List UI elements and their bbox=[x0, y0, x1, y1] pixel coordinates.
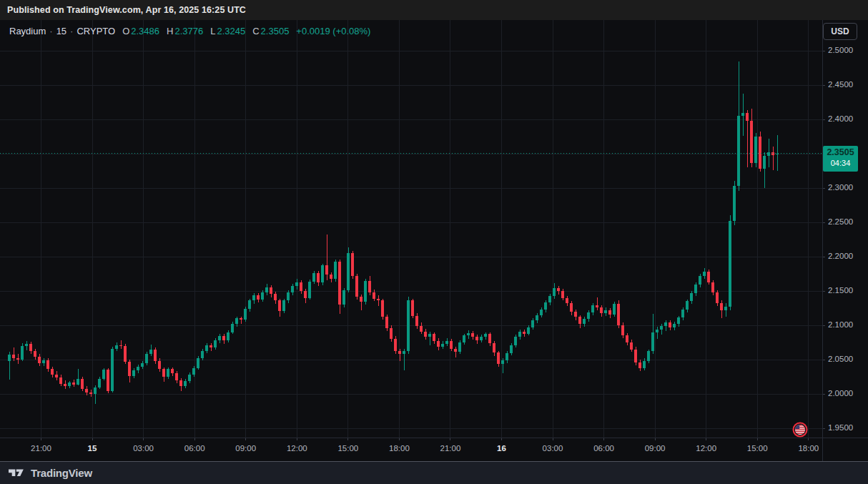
tradingview-brand-text[interactable]: TradingView bbox=[31, 467, 92, 479]
price-axis-label: 1.9500 bbox=[828, 423, 853, 432]
chart-legend: Raydium · 15 · CRYPTO O 2.3486 H 2.3776 … bbox=[9, 26, 370, 36]
current-price-label[interactable]: 2.3505 04:34 bbox=[823, 146, 858, 172]
price-axis-label: 2.2500 bbox=[828, 217, 853, 226]
time-axis-label: 18:00 bbox=[379, 444, 419, 453]
bar-countdown-timer: 04:34 bbox=[823, 158, 858, 169]
time-axis-label: 09:00 bbox=[226, 444, 266, 453]
ohlc-low: L 2.3245 bbox=[210, 26, 245, 36]
price-axis-label: 2.4500 bbox=[828, 80, 853, 89]
high-label: H bbox=[167, 26, 173, 36]
published-text: Published on TradingView.com, Apr 16, 20… bbox=[7, 5, 246, 15]
close-label: C bbox=[252, 26, 259, 36]
change-value: +0.0019 (+0.08%) bbox=[296, 26, 370, 36]
time-axis-label: 15:00 bbox=[737, 444, 777, 453]
price-axis-label: 2.0500 bbox=[828, 355, 853, 363]
price-axis-label: 2.3000 bbox=[828, 183, 853, 192]
time-axis-label: 21:00 bbox=[430, 444, 470, 453]
legend-separator: · bbox=[49, 26, 52, 36]
candlestick-chart[interactable] bbox=[0, 20, 868, 461]
us-flag-icon[interactable] bbox=[792, 422, 808, 438]
price-axis-label: 2.2000 bbox=[828, 252, 853, 260]
low-label: L bbox=[210, 26, 215, 36]
time-axis-label: 12:00 bbox=[686, 444, 726, 453]
ohlc-high: H 2.3776 bbox=[167, 26, 203, 36]
time-axis-label: 09:00 bbox=[635, 444, 675, 453]
footer-bar: TradingView bbox=[0, 461, 868, 484]
time-axis-label: 21:00 bbox=[21, 444, 61, 453]
exchange-name: CRYPTO bbox=[77, 26, 115, 36]
price-axis-label: 2.1000 bbox=[828, 320, 853, 329]
time-axis-label: 03:00 bbox=[533, 444, 573, 453]
price-axis-label: 2.0000 bbox=[828, 389, 853, 397]
published-chart-page: Published on TradingView.com, Apr 16, 20… bbox=[0, 0, 868, 484]
ohlc-close: C 2.3505 bbox=[252, 26, 289, 36]
price-axis-label: 2.1500 bbox=[828, 286, 853, 295]
ohlc-open: O 2.3486 bbox=[122, 26, 159, 36]
low-value: 2.3245 bbox=[217, 26, 245, 36]
legend-separator: · bbox=[70, 26, 73, 36]
published-bar: Published on TradingView.com, Apr 16, 20… bbox=[0, 0, 868, 20]
symbol-name[interactable]: Raydium bbox=[9, 26, 46, 36]
current-price-value: 2.3505 bbox=[823, 146, 858, 159]
price-axis-label: 2.5000 bbox=[828, 46, 853, 54]
time-axis-date-label: 16 bbox=[482, 444, 522, 453]
open-label: O bbox=[122, 26, 129, 36]
high-value: 2.3776 bbox=[174, 26, 203, 36]
price-axis[interactable]: 2.50002.45002.40002.30002.25002.20002.15… bbox=[822, 20, 868, 438]
tradingview-logo-icon[interactable] bbox=[9, 468, 25, 479]
time-axis-label: 06:00 bbox=[174, 444, 214, 453]
open-value: 2.3486 bbox=[131, 26, 159, 36]
time-axis[interactable]: 21:001503:0006:0009:0012:0015:0018:0021:… bbox=[0, 438, 868, 461]
time-axis-label: 06:00 bbox=[584, 444, 624, 453]
time-axis-label: 03:00 bbox=[124, 444, 164, 453]
price-axis-label: 2.4000 bbox=[828, 114, 853, 123]
close-value: 2.3505 bbox=[261, 26, 290, 36]
time-axis-label: 15:00 bbox=[328, 444, 368, 453]
time-axis-label: 12:00 bbox=[277, 444, 317, 453]
time-axis-date-label: 15 bbox=[72, 444, 112, 453]
interval-value[interactable]: 15 bbox=[56, 26, 66, 36]
time-axis-label: 18:00 bbox=[789, 444, 829, 453]
